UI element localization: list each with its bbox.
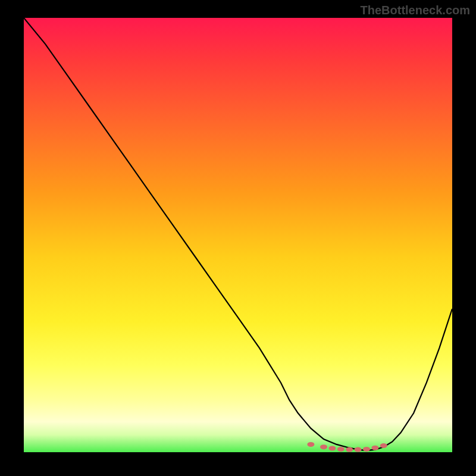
curve-svg bbox=[24, 18, 452, 452]
marker-dot bbox=[346, 447, 353, 452]
marker-dot bbox=[328, 446, 336, 450]
chart-container: TheBottleneck.com bbox=[0, 0, 476, 476]
marker-dot bbox=[337, 447, 345, 452]
marker-dot bbox=[355, 447, 362, 452]
plot-area bbox=[24, 18, 452, 452]
marker-dot bbox=[380, 443, 387, 448]
marker-dot bbox=[363, 447, 370, 452]
marker-dot bbox=[320, 444, 327, 449]
bottleneck-curve bbox=[24, 18, 452, 450]
watermark-text: TheBottleneck.com bbox=[361, 4, 470, 17]
marker-dot bbox=[371, 446, 378, 450]
marker-dot bbox=[307, 442, 314, 447]
